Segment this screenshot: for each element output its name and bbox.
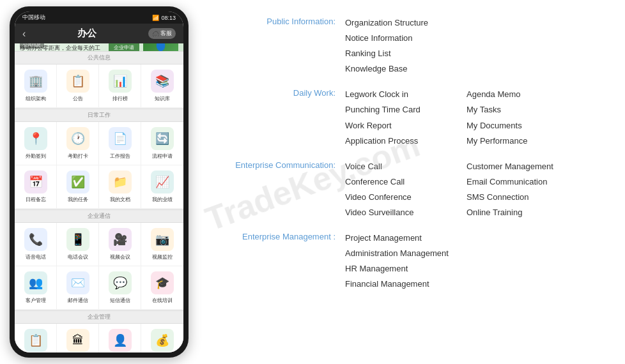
enterprise-comm-content: Voice Call Customer Management Conferenc… xyxy=(345,160,582,220)
info-item xyxy=(467,246,582,261)
list-item[interactable]: 📅 日程备忘 xyxy=(15,165,57,209)
info-item: Application Process xyxy=(345,134,460,148)
email-label: 邮件通信 xyxy=(68,297,88,304)
enterprise-mgmt-section: Enterprise Management : Project Manageme… xyxy=(217,231,606,291)
info-item: Legwork Clock in xyxy=(345,87,460,102)
list-item[interactable]: 🎥 视频会议 xyxy=(99,223,141,266)
voice-call-icon: 📞 xyxy=(24,228,47,251)
info-item: Knowledge Base xyxy=(345,62,460,76)
field-checkin-icon: 📍 xyxy=(24,127,47,150)
status-bar: 中国移动 📶 08:13 xyxy=(15,11,183,24)
icon-grid-daily: 📍 外勤签到 🕐 考勤打卡 📄 工作报告 🔄 流程申请 📅 日程备 xyxy=(15,122,183,209)
hr-mgmt-icon: 👤 xyxy=(109,329,132,352)
online-training-icon: 🎓 xyxy=(151,271,174,294)
project-mgmt-icon: 📋 xyxy=(24,329,47,352)
list-item[interactable]: 📈 我的业绩 xyxy=(141,165,183,209)
list-item[interactable]: 📞 语音电话 xyxy=(15,223,57,266)
carrier-label: 中国移动 xyxy=(22,13,45,22)
info-item xyxy=(467,262,582,276)
info-panel: Public Information: Organization Structu… xyxy=(198,0,625,364)
info-item: Customer Management xyxy=(467,160,582,174)
list-item[interactable]: ✉️ 邮件通信 xyxy=(57,266,99,310)
info-item xyxy=(467,47,582,61)
list-item[interactable]: 📁 我的文档 xyxy=(99,165,141,209)
phone-frame: 中国移动 📶 08:13 ‹ 办公 🎧 客服 注册成功，永久 xyxy=(10,6,189,358)
list-item[interactable]: 👤 人事管理 xyxy=(99,324,141,353)
app-title: 办公 xyxy=(77,27,96,40)
sms-icon: 💬 xyxy=(109,271,132,294)
list-item[interactable]: 👥 客户管理 xyxy=(15,266,57,310)
public-info-content: Organization Structure Notice Informatio… xyxy=(345,16,582,76)
phone-screen: 中国移动 📶 08:13 ‹ 办公 🎧 客服 注册成功，永久 xyxy=(15,11,183,353)
list-item[interactable]: 🔄 流程申请 xyxy=(141,122,183,165)
enterprise-comm-label: Enterprise Communication: xyxy=(217,160,345,170)
video-conf-icon: 🎥 xyxy=(109,228,132,251)
list-item[interactable]: 🏢 组织架构 xyxy=(15,64,57,108)
process-label: 流程申请 xyxy=(152,153,173,160)
list-item[interactable]: 💬 短信通信 xyxy=(99,266,141,310)
info-item: Organization Structure xyxy=(345,16,460,30)
info-item: Email Communication xyxy=(467,175,582,189)
info-item xyxy=(467,16,582,30)
list-item[interactable]: 📊 排行榜 xyxy=(99,64,141,108)
daily-work-section: Daily Work: Legwork Clock in Agenda Memo… xyxy=(217,87,606,148)
info-item: My Tasks xyxy=(467,103,582,117)
my-tasks-icon: ✅ xyxy=(66,171,89,193)
section-label-comm: 企业通信 xyxy=(15,209,183,223)
public-info-section: Public Information: Organization Structu… xyxy=(217,16,606,76)
list-item[interactable]: 📋 公告 xyxy=(57,64,99,108)
list-item[interactable]: ✅ 我的任务 xyxy=(57,165,99,209)
list-item[interactable]: 📋 项目管理 xyxy=(15,324,57,353)
info-item xyxy=(467,31,582,45)
knowledge-icon: 📚 xyxy=(151,70,174,93)
notice-label: 公告 xyxy=(73,95,83,102)
org-structure-label: 组织架构 xyxy=(26,95,46,102)
my-performance-icon: 📈 xyxy=(151,171,174,193)
service-button[interactable]: 🎧 客服 xyxy=(148,28,176,39)
enterprise-mgmt-label: Enterprise Management : xyxy=(217,231,345,241)
list-item[interactable]: 📄 工作报告 xyxy=(99,122,141,165)
signal-icon: 📶 xyxy=(152,15,159,21)
ranking-icon: 📊 xyxy=(109,70,132,93)
org-structure-icon: 🏢 xyxy=(24,70,47,93)
schedule-label: 日程备忘 xyxy=(26,196,46,203)
my-docs-label: 我的文档 xyxy=(110,196,130,203)
enterprise-apply-button[interactable]: 企业申请 xyxy=(109,43,139,51)
section-label-mgmt: 企业管理 xyxy=(15,310,183,324)
list-item[interactable]: 🎓 在线培训 xyxy=(141,266,183,310)
info-item: My Documents xyxy=(467,119,582,133)
attendance-icon: 🕐 xyxy=(66,127,89,150)
ranking-label: 排行榜 xyxy=(112,95,128,102)
list-item[interactable]: 🏛 行政管理 xyxy=(57,324,99,353)
list-item[interactable]: 💰 财务管理 xyxy=(141,324,183,353)
list-item[interactable]: 📷 视频监控 xyxy=(141,223,183,266)
info-item: Administration Management xyxy=(345,246,460,261)
phone-panel: 中国移动 📶 08:13 ‹ 办公 🎧 客服 注册成功，永久 xyxy=(0,0,198,364)
my-tasks-label: 我的任务 xyxy=(68,196,88,203)
video-conf-label: 视频会议 xyxy=(110,254,130,261)
conf-call-label: 电话会议 xyxy=(68,254,88,261)
process-icon: 🔄 xyxy=(151,127,174,150)
info-item: Agenda Memo xyxy=(467,87,582,102)
list-item[interactable]: 📍 外勤签到 xyxy=(15,122,57,165)
icon-grid-comm: 📞 语音电话 📱 电话会议 🎥 视频会议 📷 视频监控 👥 客户管 xyxy=(15,223,183,310)
list-item[interactable]: 🕐 考勤打卡 xyxy=(57,122,99,165)
info-item xyxy=(467,277,582,291)
section-label-daily: 日常工作 xyxy=(15,109,183,122)
icon-grid-mgmt: 📋 项目管理 🏛 行政管理 👤 人事管理 💰 财务管理 xyxy=(15,324,183,353)
info-item: Ranking List xyxy=(345,47,460,61)
info-item: Voice Call xyxy=(345,160,460,174)
banner-image: 👤 xyxy=(143,43,178,51)
work-report-icon: 📄 xyxy=(109,127,132,150)
enterprise-mgmt-content: Project Management Administration Manage… xyxy=(345,231,582,291)
my-docs-icon: 📁 xyxy=(109,171,132,193)
info-item xyxy=(467,231,582,245)
info-item: My Performance xyxy=(467,134,582,148)
list-item[interactable]: 📱 电话会议 xyxy=(57,223,99,266)
video-surv-icon: 📷 xyxy=(151,228,174,251)
back-button[interactable]: ‹ xyxy=(22,28,26,40)
list-item[interactable]: 📚 知识库 xyxy=(141,64,183,108)
app-header: ‹ 办公 🎧 客服 xyxy=(15,24,183,43)
info-item: Notice Information xyxy=(345,31,460,45)
info-item: Punching Time Card xyxy=(345,103,460,117)
